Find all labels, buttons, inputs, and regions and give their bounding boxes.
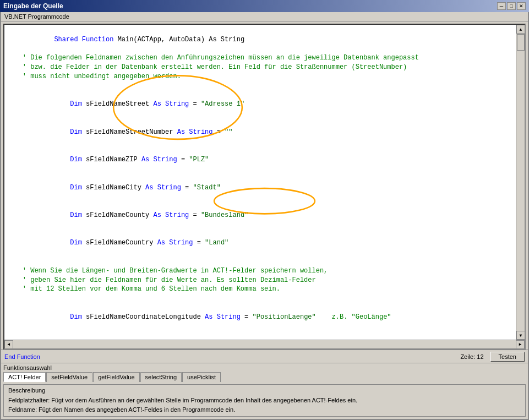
dim-country: Dim sFieldNameCountry As String = "Land" — [7, 230, 514, 257]
scroll-track — [516, 34, 525, 331]
end-function-label: End Function — [4, 353, 40, 360]
horizontal-scrollbar[interactable]: ◄ ► — [4, 340, 525, 348]
maximize-button[interactable]: □ — [507, 2, 516, 10]
comment-line-1: ' Die folgenden Feldnamen zwischen den A… — [7, 53, 514, 63]
funktionsauswahl-label: Funktionsauswahl — [3, 364, 526, 371]
code-header-label: VB.NET Programmcode — [4, 13, 69, 20]
comment-coord-3: ' mit 12 Stellen vor dem Komma und 6 Ste… — [7, 285, 514, 294]
title-bar: Eingabe der Quelle ─ □ ✕ — [0, 0, 529, 12]
tab-get-field-value[interactable]: getFieldValue — [93, 372, 139, 382]
scroll-down-button[interactable]: ▼ — [516, 331, 525, 340]
main-window: VB.NET Programmcode Shared Function Main… — [0, 12, 529, 420]
code-header: VB.NET Programmcode — [1, 12, 528, 21]
comment-line-2: ' bzw. die Felder in der Datenbank erste… — [7, 63, 514, 72]
blank-line-3 — [7, 294, 514, 303]
tab-select-string[interactable]: selectString — [140, 372, 182, 382]
beschreibung-box: Beschreibung Feldplatzhalter: Fügt vor d… — [3, 384, 526, 417]
comment-coord-2: ' geben Sie hier die Feldnamen für die W… — [7, 276, 514, 285]
tab-use-picklist[interactable]: usePicklist — [182, 372, 221, 382]
beschreibung-label: Beschreibung — [8, 387, 521, 394]
blank-line-2 — [7, 257, 514, 266]
code-editor: Shared Function Main(ACTApp, AutoData) A… — [3, 24, 526, 350]
status-bar: End Function Zeile: 12 Testen — [1, 350, 528, 363]
dim-city: Dim sFieldNameCity As String = "Stadt" — [7, 174, 514, 201]
window-title: Eingabe der Quelle — [3, 2, 63, 10]
close-button[interactable]: ✕ — [517, 2, 526, 10]
blank-line-1 — [7, 81, 514, 91]
bottom-panel: Funktionsauswahl ACT! Felder setFieldVal… — [1, 363, 528, 419]
comment-line-3: ' muss nicht unbedingt angegeben werden. — [7, 72, 514, 81]
beschreibung-line2: Feldname: Fügt den Namen des angegeben A… — [8, 405, 521, 414]
test-button[interactable]: Testen — [490, 352, 525, 362]
code-content[interactable]: Shared Function Main(ACTApp, AutoData) A… — [4, 25, 516, 340]
scroll-right-button[interactable]: ► — [516, 340, 525, 349]
comment-coord-1: ' Wenn Sie die Längen- und Breiten-Gradw… — [7, 266, 514, 276]
tab-act-felder[interactable]: ACT! Felder — [3, 372, 46, 382]
vertical-scrollbar[interactable]: ▲ ▼ — [516, 25, 525, 340]
scroll-up-button[interactable]: ▲ — [516, 25, 525, 34]
dim-street: Dim sFieldNameStreet As String = "Adress… — [7, 91, 514, 118]
dim-latitude: Dim sFieldNameCoordinateLatidude As Stri… — [7, 331, 514, 340]
dim-zip: Dim sFieldNameZIP As String = "PLZ" — [7, 146, 514, 173]
minimize-button[interactable]: ─ — [497, 2, 506, 10]
dim-street-number: Dim sFieldNameStreetNumber As String = "… — [7, 118, 514, 146]
line-info: Zeile: 12 — [460, 353, 483, 360]
dim-county: Dim sFieldNameCounty As String = "Bundes… — [7, 201, 514, 229]
scroll-thumb[interactable] — [517, 34, 525, 51]
tab-bar: ACT! Felder setFieldValue getFieldValue … — [3, 372, 526, 382]
scroll-left-button[interactable]: ◄ — [4, 340, 13, 349]
tab-set-field-value[interactable]: setFieldValue — [46, 372, 92, 382]
window-controls: ─ □ ✕ — [497, 2, 526, 10]
dim-longitude: Dim sFieldNameCoordinateLongitude As Str… — [7, 303, 514, 331]
window: Eingabe der Quelle ─ □ ✕ VB.NET Programm… — [0, 0, 529, 420]
beschreibung-line1: Feldplatzhalter: Fügt vor dem Ausführen … — [8, 396, 521, 405]
function-signature-line: Shared Function Main(ACTApp, AutoData) A… — [7, 26, 514, 53]
